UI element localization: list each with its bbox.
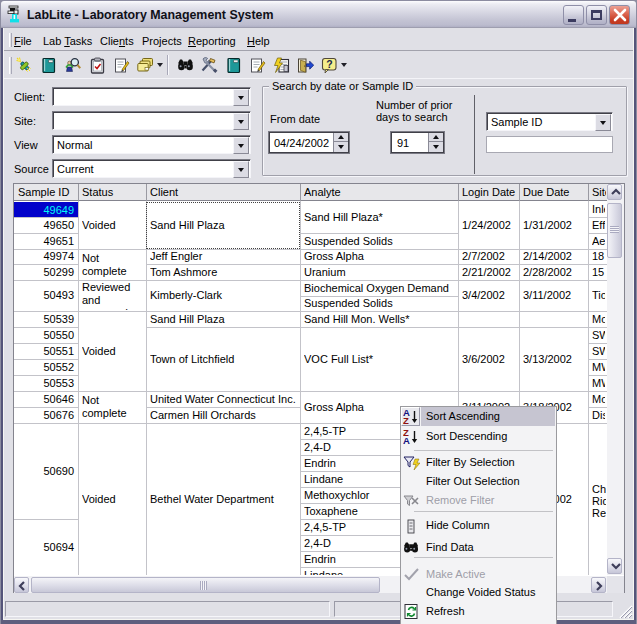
svg-text:Z: Z	[403, 415, 409, 425]
svg-text:A: A	[403, 435, 410, 445]
svg-text:?: ?	[326, 58, 332, 70]
